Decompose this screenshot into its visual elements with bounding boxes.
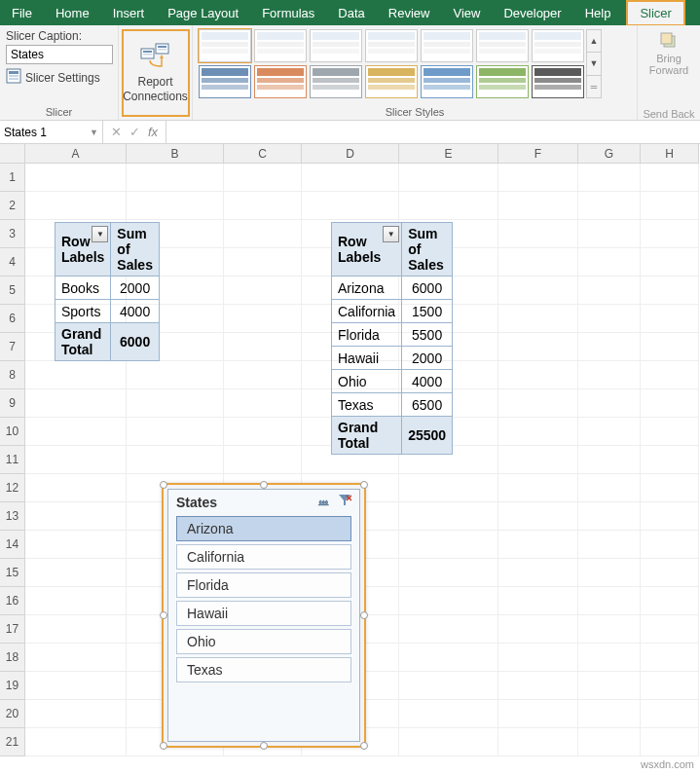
row-header[interactable]: 16 (0, 587, 25, 615)
row-header[interactable]: 14 (0, 531, 25, 559)
resize-handle[interactable] (360, 611, 368, 619)
slicer-title-bar[interactable]: States⅏ (168, 490, 359, 514)
pivot-table-1[interactable]: Row Labels▼Sum of SalesBooks2000Sports40… (55, 222, 160, 361)
tab-page-layout[interactable]: Page Layout (156, 0, 250, 25)
chevron-down-icon[interactable]: ▼ (587, 53, 601, 75)
pivot-table-2[interactable]: Row Labels▼Sum of SalesArizona6000Califo… (331, 222, 453, 455)
slicer-item[interactable]: Florida (176, 572, 351, 598)
row-header[interactable]: 1 (0, 164, 25, 192)
tab-review[interactable]: Review (377, 0, 442, 25)
row-header[interactable]: 21 (0, 728, 25, 756)
resize-handle[interactable] (260, 742, 268, 750)
column-header[interactable]: A (25, 144, 127, 164)
row-header[interactable]: 7 (0, 333, 25, 361)
report-connections-button[interactable]: ReportConnections (122, 29, 190, 117)
resize-handle[interactable] (160, 742, 167, 750)
slicer-style-swatch[interactable] (421, 29, 473, 62)
row-header[interactable]: 2 (0, 192, 25, 220)
bring-forward-button[interactable]: BringForward (649, 31, 688, 76)
slicer-states[interactable]: States⅏ArizonaCaliforniaFloridaHawaiiOhi… (162, 483, 366, 748)
column-header[interactable]: D (302, 144, 399, 164)
resize-handle[interactable] (260, 481, 268, 489)
slicer-style-swatch[interactable] (421, 65, 473, 98)
tab-insert[interactable]: Insert (101, 0, 157, 25)
select-all-corner[interactable] (0, 144, 25, 164)
slicer-style-swatch[interactable] (310, 29, 362, 62)
column-header[interactable]: H (641, 144, 699, 164)
resize-handle[interactable] (360, 742, 368, 750)
slicer-style-swatch[interactable] (254, 65, 307, 98)
slicer-style-swatch[interactable] (199, 29, 251, 62)
spreadsheet-grid[interactable]: ABCDEFGH 1234567891011121314151617181920… (0, 144, 700, 767)
name-box-dropdown-icon[interactable]: ▼ (90, 128, 98, 137)
resize-handle[interactable] (160, 481, 167, 489)
name-box-input[interactable] (4, 126, 82, 139)
tab-formulas[interactable]: Formulas (250, 0, 326, 25)
column-header[interactable]: E (399, 144, 498, 164)
resize-handle[interactable] (360, 481, 368, 489)
tab-help[interactable]: Help (573, 0, 623, 25)
chevron-more-icon[interactable]: ═ (587, 76, 601, 97)
slicer-style-swatch[interactable] (476, 65, 529, 98)
name-box[interactable]: ▼ (0, 121, 103, 143)
slicer-style-swatch[interactable] (365, 65, 418, 98)
slicer-item[interactable]: Hawaii (176, 601, 351, 626)
slicer-settings-button[interactable]: Slicer Settings (6, 68, 114, 87)
resize-handle[interactable] (160, 611, 167, 619)
slicer-style-swatch[interactable] (199, 65, 251, 98)
pivot-filter-dropdown[interactable]: ▼ (383, 226, 399, 242)
column-header[interactable]: F (498, 144, 578, 164)
column-header[interactable]: G (578, 144, 641, 164)
row-header[interactable]: 12 (0, 474, 25, 502)
pivot-header-cell: Sum of Sales (402, 223, 453, 276)
row-header[interactable]: 8 (0, 361, 25, 389)
row-header[interactable]: 17 (0, 615, 25, 644)
slicer-style-swatch[interactable] (532, 65, 584, 98)
svg-rect-9 (158, 49, 166, 51)
pivot-grand-total-label: Grand Total (55, 323, 111, 361)
cancel-icon[interactable]: ✕ (111, 125, 122, 139)
send-backward-button[interactable]: Send Back (643, 108, 694, 120)
pivot-row-value: 6000 (402, 276, 453, 300)
multi-select-icon[interactable]: ⅏ (317, 494, 330, 510)
tab-file[interactable]: File (0, 0, 44, 25)
row-header[interactable]: 11 (0, 446, 25, 474)
slicer-caption-input[interactable] (6, 45, 113, 64)
slicer-item[interactable]: Ohio (176, 629, 351, 654)
tab-data[interactable]: Data (326, 0, 376, 25)
slicer-style-swatch[interactable] (365, 29, 418, 62)
row-header[interactable]: 6 (0, 305, 25, 333)
slicer-style-swatch[interactable] (254, 29, 307, 62)
tab-slicer[interactable]: Slicer (628, 2, 683, 24)
fx-icon[interactable]: fx (148, 125, 158, 139)
slicer-style-swatch[interactable] (476, 29, 529, 62)
row-header[interactable]: 4 (0, 248, 25, 276)
tab-developer[interactable]: Developer (492, 0, 572, 25)
row-header[interactable]: 10 (0, 418, 25, 446)
row-header[interactable]: 3 (0, 220, 25, 248)
slicer-item[interactable]: Texas (176, 657, 351, 682)
row-header[interactable]: 15 (0, 559, 25, 587)
pivot-filter-dropdown[interactable]: ▼ (92, 226, 108, 242)
row-header[interactable]: 9 (0, 389, 25, 418)
slicer-item[interactable]: Arizona (176, 516, 351, 541)
slicer-style-swatch[interactable] (532, 29, 584, 62)
chevron-up-icon[interactable]: ▲ (587, 30, 601, 53)
style-gallery-scroll[interactable]: ▲ ▼ ═ (586, 29, 602, 98)
slicer-item[interactable]: California (176, 544, 351, 570)
row-header[interactable]: 5 (0, 276, 25, 305)
column-header[interactable]: C (224, 144, 302, 164)
formula-input[interactable] (166, 121, 700, 143)
slicer-style-swatch[interactable] (310, 65, 362, 98)
column-header[interactable]: B (127, 144, 224, 164)
row-header[interactable]: 19 (0, 672, 25, 700)
row-header[interactable]: 20 (0, 700, 25, 728)
enter-icon[interactable]: ✓ (129, 125, 140, 139)
clear-filter-icon[interactable] (338, 494, 351, 510)
svg-rect-6 (143, 54, 152, 55)
tab-view[interactable]: View (441, 0, 492, 25)
row-header[interactable]: 13 (0, 502, 25, 531)
slicer-style-gallery[interactable] (199, 29, 584, 98)
tab-home[interactable]: Home (44, 0, 101, 25)
row-header[interactable]: 18 (0, 644, 25, 672)
